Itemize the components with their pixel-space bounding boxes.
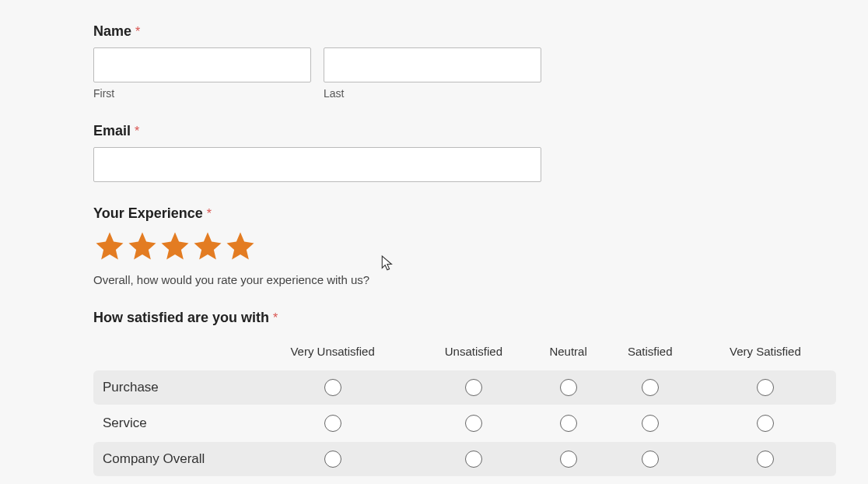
likert-col-header: Very Satisfied (695, 337, 836, 369)
likert-radio[interactable] (757, 379, 774, 396)
likert-radio[interactable] (465, 415, 482, 432)
likert-radio[interactable] (324, 415, 341, 432)
first-name-input[interactable] (93, 47, 311, 82)
experience-help-text: Overall, how would you rate your experie… (93, 273, 836, 286)
likert-table: Very Unsatisfied Unsatisfied Neutral Sat… (93, 335, 836, 478)
star-icon[interactable] (93, 230, 126, 262)
name-required-indicator: * (135, 25, 140, 38)
likert-col-header: Unsatisfied (416, 337, 530, 369)
likert-col-header: Very Unsatisfied (249, 337, 416, 369)
likert-row-label: Purchase (93, 370, 249, 405)
likert-radio[interactable] (560, 415, 577, 432)
last-name-input[interactable] (324, 47, 541, 82)
experience-label-text: Your Experience (93, 205, 203, 221)
likert-col-header: Satisfied (606, 337, 695, 369)
likert-label: How satisfied are you with * (93, 310, 836, 326)
likert-row-label: Service (93, 406, 249, 440)
likert-radio[interactable] (642, 451, 659, 468)
likert-radio[interactable] (642, 379, 659, 396)
star-icon[interactable] (191, 230, 224, 262)
first-name-sublabel: First (93, 87, 311, 100)
email-required-indicator: * (135, 125, 139, 138)
likert-radio[interactable] (465, 379, 482, 396)
likert-radio[interactable] (560, 451, 577, 468)
last-name-sublabel: Last (324, 87, 541, 100)
table-row: Company Overall (93, 442, 836, 476)
likert-label-text: How satisfied are you with (93, 310, 269, 325)
name-label-text: Name (93, 23, 131, 39)
star-icon[interactable] (126, 230, 159, 262)
likert-radio[interactable] (560, 379, 577, 396)
star-icon[interactable] (224, 230, 257, 262)
likert-radio[interactable] (465, 451, 482, 468)
likert-row-label: Company Overall (93, 442, 249, 476)
likert-required-indicator: * (273, 311, 278, 324)
likert-radio[interactable] (642, 415, 659, 432)
email-label-text: Email (93, 123, 131, 139)
likert-col-header: Neutral (531, 337, 606, 369)
table-row: Service (93, 406, 836, 440)
likert-radio[interactable] (757, 451, 774, 468)
likert-radio[interactable] (324, 451, 341, 468)
email-input[interactable] (93, 147, 541, 182)
name-label: Name * (93, 23, 836, 40)
likert-radio[interactable] (324, 379, 341, 396)
experience-label: Your Experience * (93, 205, 836, 222)
likert-radio[interactable] (757, 415, 774, 432)
table-row: Purchase (93, 370, 836, 405)
star-icon[interactable] (159, 230, 191, 262)
star-rating[interactable] (93, 230, 836, 262)
email-label: Email * (93, 123, 836, 139)
experience-required-indicator: * (207, 207, 212, 220)
